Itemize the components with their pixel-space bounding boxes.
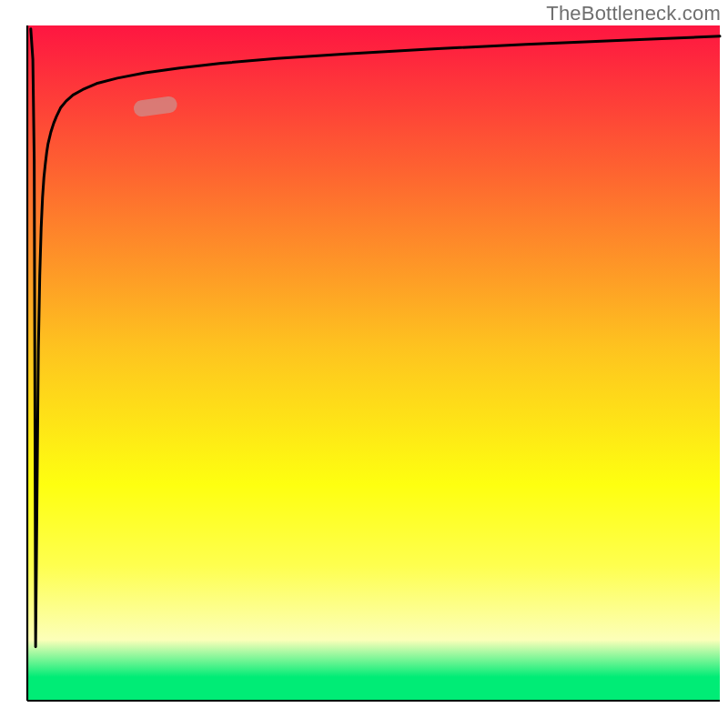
bottleneck-chart bbox=[0, 0, 728, 728]
plot-background bbox=[27, 25, 720, 701]
watermark-label: TheBottleneck.com bbox=[546, 2, 721, 25]
